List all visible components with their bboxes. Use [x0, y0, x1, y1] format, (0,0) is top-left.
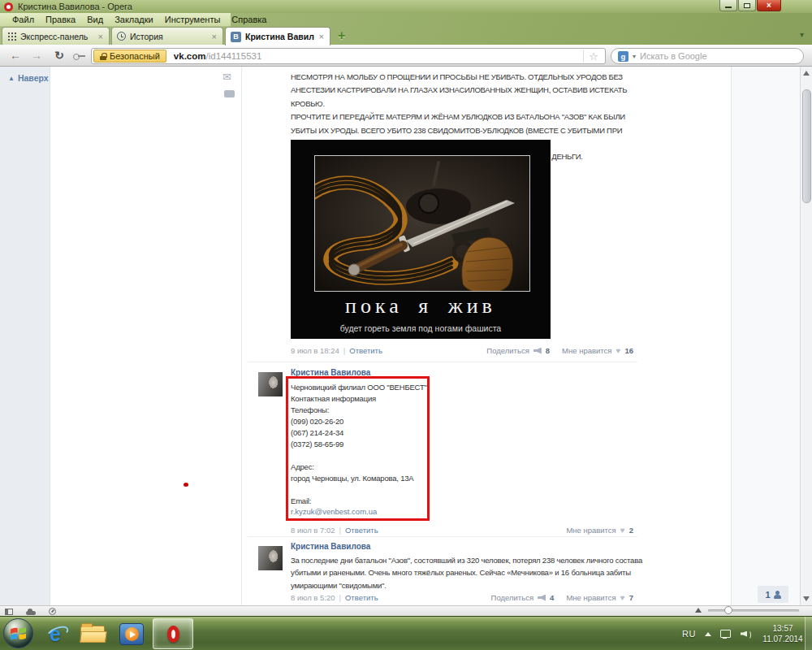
separator: |: [339, 593, 341, 602]
tab-vk-profile[interactable]: В Кристина Вавилова ×: [225, 27, 330, 46]
person-icon: [774, 591, 781, 599]
maximize-button[interactable]: [738, 0, 756, 11]
scroll-down-icon[interactable]: [803, 596, 810, 601]
new-tab-button[interactable]: +: [338, 28, 345, 43]
share-link[interactable]: Поделиться: [486, 346, 529, 355]
wall-divider: [241, 67, 242, 605]
history-clock-icon: [117, 32, 126, 41]
minimize-button[interactable]: [719, 0, 737, 11]
like-count: 16: [624, 346, 633, 355]
post-footer: 9 июл в 18:24 | Ответить Поделиться 8 Мн…: [291, 346, 633, 355]
reply-link[interactable]: Ответить: [349, 346, 382, 355]
zoom-slider-handle[interactable]: [724, 606, 732, 614]
tab-close-icon[interactable]: ×: [211, 32, 218, 41]
security-badge[interactable]: Безопасный: [93, 50, 166, 63]
menu-help[interactable]: Справка: [226, 15, 272, 24]
bookmark-star-icon[interactable]: ☆: [583, 50, 603, 63]
hidden-icons-chevron-icon[interactable]: [705, 632, 711, 636]
folder-icon: [80, 626, 105, 643]
tab-label: Кристина Вавилова: [245, 32, 314, 41]
volume-tray-icon[interactable]: [741, 630, 751, 639]
taskbar-explorer-icon[interactable]: [76, 618, 109, 649]
reply-link[interactable]: Ответить: [345, 593, 378, 602]
post-date: 8 июл в 5:20: [291, 593, 335, 602]
like-link[interactable]: Мне нравится: [562, 346, 611, 355]
comment-bubble-icon[interactable]: [224, 90, 235, 98]
minimize-icon: [725, 6, 732, 8]
search-placeholder: Искать в Google: [640, 51, 707, 61]
menu-bookmarks[interactable]: Закладки: [109, 15, 159, 24]
reply-link[interactable]: Ответить: [345, 526, 378, 535]
like-count: 7: [629, 593, 633, 602]
media-player-icon: [119, 623, 144, 645]
tab-overflow-chevron-icon[interactable]: ▾: [800, 30, 804, 39]
taskbar-opera-button-active[interactable]: [153, 618, 193, 649]
system-tray: RU 13:57 11.07.2014: [682, 617, 806, 650]
page-viewport: ▲ Наверх ✉ 1 НЕСМОТРЯ НА МОЛЬБУ О ПРОЩЕН…: [0, 67, 800, 605]
opera-logo-icon: [167, 626, 179, 643]
separator: |: [339, 526, 341, 535]
share-count: 4: [550, 593, 554, 602]
post-image[interactable]: пока я жив будет гореть земля под ногами…: [291, 140, 551, 339]
post-date: 8 июл в 7:02: [291, 526, 335, 535]
windows-flag-icon: [10, 626, 27, 641]
password-wand-icon[interactable]: [73, 53, 85, 59]
maximize-icon: [744, 3, 750, 8]
heart-icon: ♥: [620, 593, 625, 602]
page-right-margin: 1: [731, 67, 800, 605]
panels-toggle-icon[interactable]: [5, 609, 13, 615]
post-footer: 8 июл в 7:02 | Ответить Мне нравится ♥ 2: [291, 526, 633, 535]
forward-button[interactable]: →: [28, 47, 45, 63]
start-button[interactable]: [3, 618, 33, 648]
search-field[interactable]: g ▾ Искать в Google: [611, 48, 804, 64]
like-link[interactable]: Мне нравится: [566, 593, 615, 602]
avatar[interactable]: [258, 546, 283, 570]
avatar[interactable]: [258, 372, 283, 396]
status-bar: [0, 605, 812, 616]
scrollbar-thumb[interactable]: [802, 89, 811, 203]
url-host: vk.com: [174, 51, 206, 61]
menu-tools[interactable]: Инструменты: [159, 15, 227, 24]
like-link[interactable]: Мне нравится: [566, 526, 615, 535]
tab-close-icon[interactable]: ×: [318, 32, 325, 41]
author-link[interactable]: Кристина Вавилова: [291, 542, 370, 551]
search-engine-dropdown-icon[interactable]: ▾: [633, 53, 636, 60]
tab-history[interactable]: История ×: [111, 27, 223, 45]
navigation-toolbar: ← → ↻ Безопасный vk.com/id144115531 ☆ g …: [0, 45, 812, 67]
turbo-gauge-icon[interactable]: [49, 608, 56, 615]
tab-speed-dial[interactable]: Экспресс-панель ×: [2, 27, 110, 45]
share-link[interactable]: Поделиться: [491, 593, 533, 602]
back-button[interactable]: ←: [6, 47, 24, 63]
post-actions: Поделиться 8 Мне нравится ♥ 16: [486, 346, 633, 355]
message-envelope-icon[interactable]: ✉: [222, 71, 231, 83]
post-separator: [248, 536, 637, 537]
close-button[interactable]: ×: [757, 0, 781, 11]
tab-close-icon[interactable]: ×: [97, 32, 104, 41]
zoom-slider[interactable]: [708, 609, 799, 612]
vertical-scrollbar[interactable]: [800, 67, 812, 605]
tab-bar: Экспресс-панель × История × В Кристина В…: [0, 27, 812, 45]
annotation-red-dot: [184, 483, 188, 487]
sync-cloud-icon[interactable]: [26, 611, 36, 615]
taskbar-clock[interactable]: 13:57 11.07.2014: [760, 623, 806, 645]
zoom-menu-icon[interactable]: [695, 608, 702, 613]
show-desktop-button[interactable]: [805, 617, 812, 650]
online-users-badge[interactable]: 1: [758, 586, 788, 603]
menu-view[interactable]: Вид: [81, 15, 109, 24]
taskbar-ie-icon[interactable]: e: [39, 618, 71, 649]
taskbar-media-player-icon[interactable]: [115, 618, 148, 649]
network-tray-icon[interactable]: [720, 630, 732, 639]
address-bar[interactable]: Безопасный vk.com/id144115531 ☆: [91, 48, 606, 64]
reload-button[interactable]: ↻: [50, 47, 68, 63]
scroll-up-icon[interactable]: [803, 71, 810, 76]
share-megaphone-icon: [538, 595, 546, 601]
language-indicator[interactable]: RU: [682, 629, 696, 639]
share-megaphone-icon: [533, 348, 542, 354]
back-to-top-link[interactable]: ▲ Наверх: [8, 73, 49, 83]
clock-time: 13:57: [760, 623, 806, 635]
share-count: 8: [546, 346, 550, 355]
menu-edit[interactable]: Правка: [40, 15, 81, 24]
menu-file[interactable]: Файл: [6, 15, 40, 24]
heart-icon: ♥: [615, 346, 620, 355]
window-title: Кристина Вавилова - Opera: [18, 2, 132, 11]
